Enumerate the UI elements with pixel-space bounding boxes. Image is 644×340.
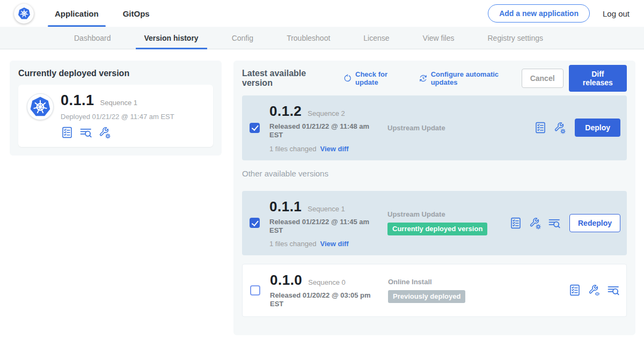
version-source: Upstream Update: [381, 124, 534, 132]
version-number: 0.1.2: [269, 103, 302, 120]
files-changed-label: 1 files changed: [269, 240, 316, 248]
version-checkbox[interactable]: [250, 218, 260, 228]
source-label: Upstream Update: [387, 210, 509, 218]
version-actions: Deploy: [534, 119, 620, 137]
sequence-label: Sequence 2: [308, 109, 345, 117]
deployed-version-info: 0.1.1 Sequence 1 Deployed 01/21/22 @ 11:…: [61, 92, 174, 139]
version-info: 0.1.2 Sequence 2 Released 01/21/22 @ 11:…: [269, 103, 381, 153]
view-logs-icon[interactable]: [79, 126, 92, 139]
refresh-icon: [343, 74, 352, 83]
latest-version-title: Latest available version: [242, 69, 333, 88]
files-changed-row: 1 files changedView diff: [269, 145, 381, 153]
deployed-timestamp: Deployed 01/21/22 @ 11:47 am EST: [61, 113, 174, 121]
sequence-label: Sequence 1: [308, 205, 345, 213]
view-logs-icon[interactable]: [548, 217, 561, 230]
view-logs-icon[interactable]: [607, 284, 620, 297]
currently-deployed-badge: Currently deployed version: [387, 223, 487, 235]
other-versions-title: Other available versions: [242, 169, 627, 178]
tab-application[interactable]: Application: [48, 0, 106, 27]
files-changed-row: 1 files changedView diff: [269, 240, 381, 248]
edit-config-icon[interactable]: [553, 121, 566, 134]
subnav-item-version-history[interactable]: Version history: [136, 27, 207, 49]
version-actions: Redeploy: [509, 214, 620, 232]
add-application-button[interactable]: Add a new application: [488, 4, 590, 23]
edit-config-icon[interactable]: [98, 126, 111, 139]
files-changed-label: 1 files changed: [269, 145, 316, 153]
version-checkbox[interactable]: [250, 123, 260, 133]
subnav-item-license[interactable]: License: [355, 27, 398, 49]
released-timestamp: Released 01/20/22 @ 03:05 pm EST: [270, 291, 377, 309]
view-diff-link[interactable]: View diff: [320, 145, 348, 153]
preflight-checks-icon[interactable]: [509, 217, 522, 230]
preflight-checks-icon[interactable]: [534, 121, 547, 134]
subnav-item-dashboard[interactable]: Dashboard: [65, 27, 120, 49]
source-label: Upstream Update: [387, 124, 534, 132]
version-row-0-1-2: 0.1.2 Sequence 2 Released 01/21/22 @ 11:…: [242, 95, 627, 160]
view-diff-link[interactable]: View diff: [320, 240, 348, 248]
app-logo: [14, 4, 34, 24]
subnav-item-view-files[interactable]: View files: [414, 27, 463, 49]
version-row-0-1-1: 0.1.1 Sequence 1 Released 01/21/22 @ 11:…: [242, 191, 627, 256]
currently-deployed-title: Currently deployed version: [18, 69, 213, 78]
kubernetes-logo-icon: [30, 96, 51, 117]
logout-button[interactable]: Log out: [603, 9, 630, 18]
released-timestamp: Released 01/21/22 @ 11:45 am EST: [269, 218, 377, 235]
main-content: Currently deployed version 0.1.1 Sequenc…: [0, 49, 644, 335]
top-nav-tabs: Application GitOps: [48, 0, 167, 27]
version-checkbox[interactable]: [250, 285, 260, 295]
tab-gitops[interactable]: GitOps: [116, 0, 157, 27]
kubernetes-logo-icon: [18, 7, 31, 20]
configure-automatic-updates-label: Configure automatic updates: [431, 70, 522, 86]
top-nav: Application GitOps Add a new application…: [0, 0, 644, 27]
version-number: 0.1.1: [269, 198, 302, 215]
check-for-update-label: Check for update: [355, 70, 409, 86]
version-number: 0.1.0: [270, 272, 302, 289]
subnav-item-registry-settings[interactable]: Registry settings: [479, 27, 551, 49]
deployed-version-number: 0.1.1: [61, 92, 94, 109]
source-label: Online Install: [388, 278, 568, 286]
version-actions: [568, 284, 620, 297]
view-config-icon[interactable]: [588, 284, 601, 297]
deployed-actions: [61, 126, 174, 139]
auto-update-clock-icon: [419, 74, 427, 83]
diff-releases-button[interactable]: Diff releases: [569, 65, 627, 92]
deploy-button[interactable]: Deploy: [575, 119, 620, 137]
version-source: Upstream Update Currently deployed versi…: [381, 210, 509, 235]
version-info: 0.1.0 Sequence 0 Released 01/20/22 @ 03:…: [270, 272, 382, 309]
released-timestamp: Released 01/21/22 @ 11:48 am EST: [269, 122, 377, 140]
configure-automatic-updates-link[interactable]: Configure automatic updates: [419, 70, 522, 86]
preflight-checks-icon[interactable]: [568, 284, 581, 297]
version-source: Online Install Previously deployed: [382, 278, 568, 303]
check-for-update-link[interactable]: Check for update: [343, 70, 409, 86]
app-subnav: Dashboard Version history Config Trouble…: [0, 27, 644, 49]
edit-config-icon[interactable]: [529, 217, 541, 230]
app-icon-badge: [27, 93, 54, 120]
sequence-label: Sequence 0: [308, 278, 345, 286]
cancel-button[interactable]: Cancel: [522, 69, 564, 88]
deployed-version-card: 0.1.1 Sequence 1 Deployed 01/21/22 @ 11:…: [18, 85, 213, 147]
version-row-0-1-0: 0.1.0 Sequence 0 Released 01/20/22 @ 03:…: [242, 264, 627, 317]
subnav-item-config[interactable]: Config: [223, 27, 262, 49]
preflight-checks-icon[interactable]: [61, 126, 74, 139]
subnav-item-troubleshoot[interactable]: Troubleshoot: [278, 27, 339, 49]
version-info: 0.1.1 Sequence 1 Released 01/21/22 @ 11:…: [269, 198, 381, 248]
previously-deployed-badge: Previously deployed: [388, 290, 465, 303]
redeploy-button[interactable]: Redeploy: [569, 214, 620, 232]
currently-deployed-panel: Currently deployed version 0.1.1 Sequenc…: [10, 61, 222, 156]
version-history-panel: Latest available version Check for updat…: [233, 61, 635, 335]
deployed-sequence-label: Sequence 1: [100, 99, 137, 107]
latest-version-header: Latest available version Check for updat…: [242, 69, 627, 87]
